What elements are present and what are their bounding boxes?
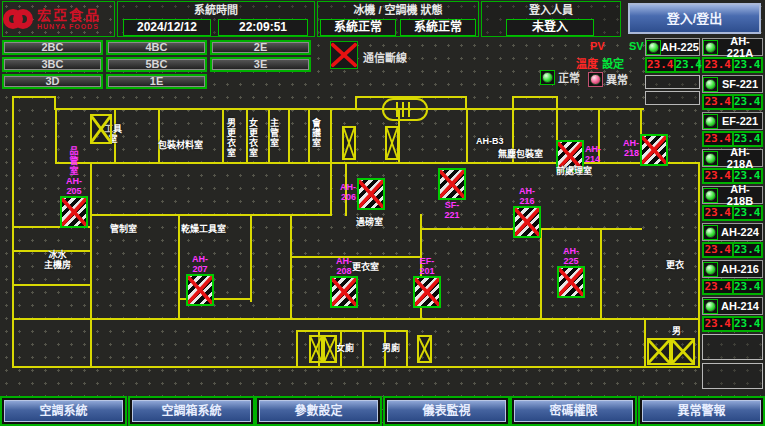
room-label: AH-B3 [476,136,504,146]
ac-status-value: 系統正常 [400,19,476,36]
comm-loss-x-icon [559,268,583,296]
comm-loss-x-icon [359,180,383,208]
stair-icon [417,335,432,363]
status-led-icon [703,114,718,129]
pv-value: 23.4 [704,207,732,219]
nav-button-2[interactable]: 空調箱系統 [132,400,251,422]
stair-icon [385,126,399,160]
pv-value: 23.4 [647,59,674,71]
device-ah-218b[interactable]: AH-218B [702,186,763,204]
empty-slot [645,91,700,105]
device-ef-221[interactable]: EF-221 [702,112,763,130]
floor-button-4bc[interactable]: 4BC [106,40,207,55]
ahu-marker-ef-201[interactable]: EF-201 [413,276,441,308]
ahu-marker-ah-206[interactable]: AH-206 [357,178,385,210]
nav-button-5[interactable]: 密碼權限 [514,400,633,422]
pv-column-label: PV [590,40,605,52]
legend-abnormal: 異常 [588,71,628,87]
stair-icon [671,338,695,365]
room-label: 乾燥工具室 [181,224,226,234]
nav-frame: 儀表監視 [383,396,510,426]
pv-value: 23.4 [704,281,732,293]
wall [600,228,602,320]
system-clock-value: 22:09:51 [218,19,308,36]
device-ah-214[interactable]: AH-214 [702,297,763,315]
marker-label: AH-225 [563,246,579,266]
wall [512,96,558,98]
room-label: 女廁 [336,343,354,353]
marker-label: AH-207 [192,254,208,274]
wall [308,108,310,164]
nav-button-6[interactable]: 異常警報 [642,400,761,422]
floor-button-5bc[interactable]: 5BC [106,57,207,72]
device-ah-216[interactable]: AH-216 [702,260,763,278]
wall [178,214,180,320]
pv-value: 23.4 [704,170,732,182]
device-column-b: AH-221A23.423.4SF-22123.423.4EF-22123.42… [702,38,763,392]
device-values: 23.423.4 [702,242,763,258]
nav-frame: 異常警報 [638,396,765,426]
ahu-marker-ah-218[interactable]: AH-218 [640,134,668,166]
status-led-icon [703,151,718,166]
device-name: AH-214 [718,300,762,312]
wall [296,330,408,332]
comm-loss-x-icon [332,278,356,306]
ahu-marker-sf-221[interactable]: SF-221 [438,168,466,200]
stair-icon [323,335,337,363]
wall [290,214,292,320]
nav-button-4[interactable]: 儀表監視 [387,400,506,422]
device-name: AH-216 [718,263,762,275]
room-label: 管制室 [110,224,137,234]
led-glyph [705,153,716,164]
floor-button-2e[interactable]: 2E [210,40,311,55]
comm-loss-legend-icon [330,41,358,69]
login-label: 登入人員 [482,2,620,18]
machine-status-label: 冰機 / 空調機 狀態 [318,2,478,18]
floor-button-3d[interactable]: 3D [2,74,103,89]
pv-value: 23.4 [704,133,732,145]
wall [362,330,364,368]
wall [90,163,92,368]
marker-label: 品管室 AH-205 [66,146,82,196]
nav-button-3[interactable]: 參數設定 [259,400,378,422]
marker-label: AH-218 [623,138,639,158]
device-ah-224[interactable]: AH-224 [702,223,763,241]
brand-logo: 宏亞食品 HUNYA FOODS [2,1,115,37]
device-ah-221a[interactable]: AH-221A [702,38,763,56]
brand-name-en: HUNYA FOODS [37,23,101,30]
marker-label: AH-216 [519,186,535,206]
empty-slot [645,75,700,89]
wall [12,318,700,320]
ahu-marker-ah-225[interactable]: AH-225 [557,266,585,298]
device-ah-225[interactable]: AH-225 [645,38,700,56]
wall [406,330,408,368]
wall [330,108,332,164]
floor-button-3bc[interactable]: 3BC [2,57,103,72]
wall [158,108,160,164]
legend-normal: 正常 [540,69,580,85]
wall [330,163,332,216]
floor-button-1e[interactable]: 1E [106,74,207,89]
login-logout-button[interactable]: 登入/登出 [628,3,761,34]
ahu-marker-ah-205[interactable]: 品管室 AH-205 [60,196,88,228]
device-sf-221[interactable]: SF-221 [702,75,763,93]
nav-button-1[interactable]: 空調系統 [4,400,123,422]
status-led-icon [703,40,718,55]
sv-value: 23.4 [732,170,762,182]
status-led-icon [703,262,718,277]
ahu-marker-ah-207[interactable]: AH-207 [186,274,214,306]
device-values: 23.423.4 [702,94,763,110]
pv-value: 23.4 [704,318,732,330]
led-glyph [705,264,716,275]
device-values: 23.423.4 [645,57,700,73]
device-ah-218a[interactable]: AH-218A [702,149,763,167]
room-label: 男廁 [382,343,400,353]
room-label: 無塵包裝室 [498,149,543,159]
device-values: 23.423.4 [702,205,763,221]
floor-button-3e[interactable]: 3E [210,57,311,72]
ahu-marker-ah-208[interactable]: AH-208 [330,276,358,308]
ahu-marker-ah-216[interactable]: AH-216 [513,206,541,238]
floor-button-2bc[interactable]: 2BC [2,40,103,55]
device-values: 23.423.4 [702,316,763,332]
comm-loss-x-icon [642,136,666,164]
